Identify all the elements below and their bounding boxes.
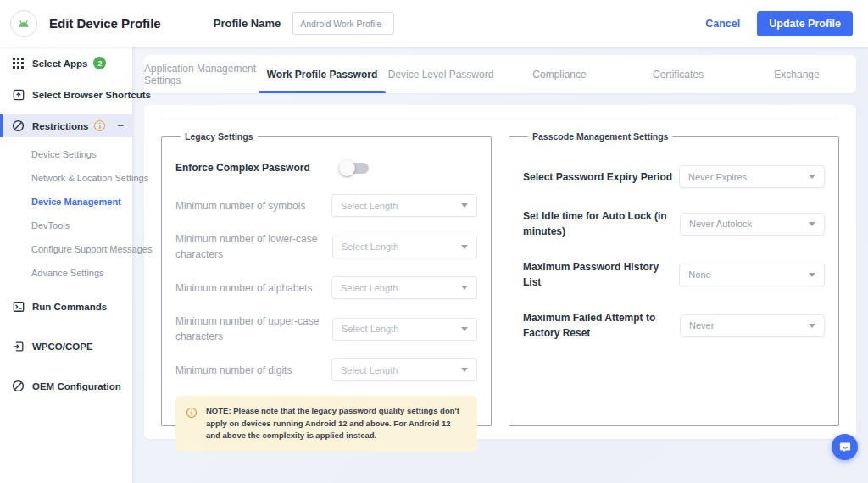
sidebar-item-oem-configuration[interactable]: OEM Configuration bbox=[0, 375, 132, 397]
chevron-down-icon bbox=[461, 327, 468, 331]
device-profile-icon bbox=[12, 340, 25, 353]
chat-bubble-icon bbox=[838, 441, 852, 454]
restrictions-info-icon[interactable]: i bbox=[94, 120, 105, 131]
tab-certificates[interactable]: Certificates bbox=[619, 55, 737, 93]
sidebar-item-label: Restrictions bbox=[32, 121, 88, 131]
min-lowercase-select[interactable]: Select Length bbox=[332, 236, 477, 258]
chevron-down-icon bbox=[809, 324, 815, 328]
sidebar-item-label: OEM Configuration bbox=[32, 381, 121, 391]
update-profile-button[interactable]: Update Profile bbox=[757, 11, 853, 36]
chevron-down-icon bbox=[461, 245, 468, 249]
page-title: Edit Device Profile bbox=[49, 16, 161, 31]
min-alphabets-select[interactable]: Select Length bbox=[331, 276, 477, 299]
note-info-icon bbox=[186, 407, 198, 419]
oem-slash-icon bbox=[12, 380, 25, 392]
sidebar: Select Apps 2 Select Browser Shortcuts R… bbox=[0, 47, 132, 483]
autolock-idle-time-label: Set Idle time for Auto Lock (in minutes) bbox=[523, 208, 680, 239]
tab-work-profile-password[interactable]: Work Profile Password bbox=[263, 55, 381, 93]
sidebar-item-restrictions[interactable]: Restrictions i − bbox=[0, 114, 132, 137]
sidebar-subitem-device-settings[interactable]: Device Settings bbox=[0, 142, 132, 166]
profile-name-label: Profile Name bbox=[214, 17, 281, 30]
min-uppercase-label: Minimum number of upper-case characters bbox=[175, 314, 332, 344]
sidebar-item-run-commands[interactable]: Run Commands bbox=[0, 295, 132, 318]
sidebar-item-select-apps[interactable]: Select Apps 2 bbox=[0, 52, 132, 75]
sidebar-subitem-device-management[interactable]: Device Management bbox=[0, 190, 132, 214]
restrictions-icon bbox=[12, 119, 25, 132]
chevron-down-icon bbox=[809, 175, 815, 179]
sidebar-subitem-devtools[interactable]: DevTools bbox=[0, 214, 132, 237]
chat-support-button[interactable] bbox=[832, 434, 858, 460]
tab-application-management-settings[interactable]: Application Management Settings bbox=[144, 55, 263, 93]
sidebar-subitem-advance-settings[interactable]: Advance Settings bbox=[0, 261, 132, 285]
passcode-management-legend: Passcode Management Settings bbox=[528, 131, 672, 142]
sidebar-item-label: Select Browser Shortcuts bbox=[32, 90, 151, 100]
cancel-button[interactable]: Cancel bbox=[705, 18, 740, 30]
enforce-complex-password-toggle[interactable] bbox=[341, 163, 369, 174]
chevron-down-icon bbox=[461, 368, 468, 372]
profile-name-input[interactable] bbox=[292, 12, 394, 35]
password-history-select[interactable]: None bbox=[679, 264, 825, 286]
sidebar-item-label: Select Apps bbox=[32, 58, 87, 69]
min-digits-select[interactable]: Select Length bbox=[331, 358, 477, 381]
legacy-settings-legend: Legacy Settings bbox=[181, 131, 258, 142]
min-symbols-label: Minimum number of symbols bbox=[175, 198, 305, 214]
android-logo bbox=[10, 10, 37, 37]
top-header: Edit Device Profile Profile Name Cancel … bbox=[0, 0, 868, 47]
tab-compliance[interactable]: Compliance bbox=[500, 55, 619, 93]
failed-attempts-factory-reset-label: Maximum Failed Attempt to Factory Reset bbox=[523, 310, 680, 341]
browser-shortcut-icon bbox=[12, 88, 25, 101]
enforce-complex-password-label: Enforce Complex Password bbox=[175, 160, 310, 175]
tab-exchange[interactable]: Exchange bbox=[737, 55, 856, 93]
divider bbox=[161, 119, 839, 119]
chevron-down-icon bbox=[809, 222, 815, 226]
android-robot-icon bbox=[15, 15, 32, 32]
legacy-note-banner: NOTE: Please note that the legacy passwo… bbox=[175, 396, 477, 452]
chevron-down-icon bbox=[809, 273, 815, 277]
header-actions: Cancel Update Profile bbox=[705, 11, 853, 36]
sidebar-subitem-network-location[interactable]: Network & Location Settings bbox=[0, 166, 132, 190]
failed-attempts-factory-reset-select[interactable]: Never bbox=[680, 314, 825, 337]
toggle-knob bbox=[339, 160, 355, 176]
work-profile-password-panel: Legacy Settings Enforce Complex Password… bbox=[144, 105, 856, 439]
sidebar-item-wpco-cope[interactable]: WPCO/COPE bbox=[0, 335, 132, 358]
password-expiry-label: Select Password Expiry Period bbox=[523, 169, 672, 185]
min-digits-label: Minimum number of digits bbox=[175, 363, 292, 378]
collapse-minus-icon[interactable]: − bbox=[117, 119, 124, 132]
terminal-icon bbox=[12, 300, 25, 313]
main-content: Application Management Settings Work Pro… bbox=[132, 47, 868, 483]
min-alphabets-label: Minimum number of alphabets bbox=[175, 280, 312, 296]
chevron-down-icon bbox=[461, 203, 468, 208]
passcode-management-group: Passcode Management Settings Select Pass… bbox=[509, 131, 839, 426]
min-uppercase-select[interactable]: Select Length bbox=[332, 318, 477, 341]
tab-device-level-password[interactable]: Device Level Password bbox=[381, 55, 500, 93]
selected-apps-count-badge: 2 bbox=[93, 57, 106, 69]
legacy-settings-group: Legacy Settings Enforce Complex Password… bbox=[161, 131, 492, 426]
password-history-label: Maximum Password History List bbox=[523, 259, 679, 290]
min-lowercase-label: Minimum number of lower-case characters bbox=[175, 231, 332, 262]
note-text: NOTE: Please note that the legacy passwo… bbox=[206, 405, 467, 442]
password-expiry-select[interactable]: Never Expires bbox=[679, 165, 825, 188]
autolock-idle-time-select[interactable]: Never Autolock bbox=[680, 213, 825, 236]
sidebar-item-label: Run Commands bbox=[32, 302, 107, 312]
chevron-down-icon bbox=[461, 286, 468, 290]
sidebar-item-select-browser-shortcuts[interactable]: Select Browser Shortcuts bbox=[0, 83, 132, 106]
min-symbols-select[interactable]: Select Length bbox=[331, 194, 477, 217]
settings-tab-bar: Application Management Settings Work Pro… bbox=[144, 55, 856, 93]
apps-grid-icon bbox=[12, 57, 25, 69]
sidebar-subitem-configure-support-messages[interactable]: Configure Support Messages bbox=[0, 237, 132, 261]
sidebar-item-label: WPCO/COPE bbox=[32, 341, 93, 352]
